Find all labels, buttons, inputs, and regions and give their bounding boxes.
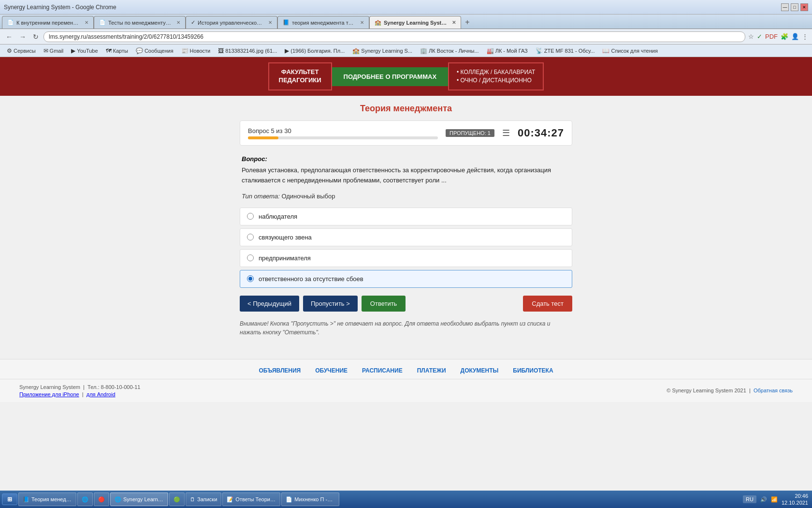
footer-nav-расписание[interactable]: РАСПИСАНИЕ xyxy=(362,367,403,374)
extension-icon[interactable]: 🧩 xyxy=(781,33,788,40)
site-footer: ОБЪЯВЛЕНИЯОБУЧЕНИЕРАСПИСАНИЕПЛАТЕЖИДОКУМ… xyxy=(0,359,812,402)
browser-title: Synergy Learning System - Google Chrome xyxy=(4,4,781,11)
android-app-link[interactable]: для Android xyxy=(87,391,116,397)
progress-bar-fill xyxy=(248,136,278,139)
tab-close-tab5[interactable]: ✕ xyxy=(452,20,456,25)
browser-tab-tab4[interactable]: 📘теория менеджмента тест для...✕ xyxy=(277,16,369,29)
forward-button[interactable]: → xyxy=(17,32,28,42)
progress-bar-wrap xyxy=(248,136,438,139)
footer-nav-библиотека[interactable]: БИБЛИОТЕКА xyxy=(513,367,553,374)
quiz-title: Теория менеджмента xyxy=(240,104,572,114)
footer-apps: Приложение для iPhone | для Android xyxy=(19,391,140,397)
question-progress: Вопрос 5 из 30 xyxy=(248,127,438,139)
bookmark-Карты[interactable]: 🗺Карты xyxy=(103,46,131,55)
question-number: Вопрос 5 из 30 xyxy=(248,127,438,134)
notice-text: Внимание! Кнопка "Пропустить >" не отвеч… xyxy=(240,319,572,337)
footer-company: Synergy Learning System | Тел.: 8-800-10… xyxy=(19,384,140,390)
bookmark-Список-для[interactable]: 📖Список для чтения xyxy=(599,46,660,55)
bookmark-Gmail[interactable]: ✉Gmail xyxy=(41,46,67,55)
question-prefix: Вопрос: xyxy=(242,155,570,163)
bookmark-ЛК-Восток-[interactable]: 🏢ЛК Восток - Личны... xyxy=(417,46,482,55)
action-row: < Предыдущий Пропустить > Ответить Сдать… xyxy=(240,296,572,312)
answer-option-2[interactable]: связующего звена xyxy=(240,228,572,246)
bookmarks-bar: ⚙Сервисы✉Gmail▶YouTube🗺Карты💬Сообщения📰Н… xyxy=(0,45,812,57)
tab-favicon-tab3: ✓ xyxy=(191,19,195,26)
answer-option-1[interactable]: наблюдателя xyxy=(240,208,572,225)
maximize-button[interactable]: □ xyxy=(791,3,798,11)
footer-right: © Synergy Learning System 2021 | Обратна… xyxy=(667,388,793,393)
answer-option-3[interactable]: предпринимателя xyxy=(240,249,572,267)
footer-nav-обучение[interactable]: ОБУЧЕНИЕ xyxy=(315,367,348,374)
answer-text-2: связующего звена xyxy=(259,234,312,241)
question-text: Ролевая установка, предполагающая ответс… xyxy=(242,165,570,186)
tab-close-tab2[interactable]: ✕ xyxy=(176,20,180,25)
questions-list-icon[interactable]: ☰ xyxy=(502,128,510,138)
answer-option-4[interactable]: ответственного за отсутствие сбоев xyxy=(240,270,572,288)
banner-faculty-button[interactable]: ФАКУЛЬТЕТ ПЕДАГОГИКИ xyxy=(268,62,332,90)
radio-circle-1 xyxy=(247,213,254,220)
bookmark-ZTE-MF-831[interactable]: 📡ZTE MF 831 - Обсу... xyxy=(533,46,598,55)
tab-favicon-tab2: 📄 xyxy=(99,19,106,26)
new-tab-button[interactable]: + xyxy=(461,16,474,29)
footer-nav-платежи[interactable]: ПЛАТЕЖИ xyxy=(417,367,446,374)
check-icon: ✓ xyxy=(757,33,762,40)
radio-circle-3 xyxy=(247,254,254,261)
tabs-bar: 📄К внутренним переменным ор...✕📄Тесты по… xyxy=(0,15,812,29)
profile-icon[interactable]: 👤 xyxy=(791,33,799,40)
browser-tab-tab2[interactable]: 📄Тесты по менеджменту с отве...✕ xyxy=(94,16,186,29)
footer-left: Synergy Learning System | Тел.: 8-800-10… xyxy=(19,384,140,397)
submit-test-button[interactable]: Сдать тест xyxy=(523,296,572,312)
minimize-button[interactable]: — xyxy=(781,3,789,11)
bookmark-YouTube[interactable]: ▶YouTube xyxy=(68,46,101,55)
iphone-app-link[interactable]: Приложение для iPhone xyxy=(19,391,79,397)
url-input[interactable] xyxy=(44,31,745,42)
bookmark-Новости[interactable]: 📰Новости xyxy=(178,46,214,55)
tab-favicon-tab5: 🏫 xyxy=(375,19,381,26)
banner-programs-button[interactable]: ПОДРОБНЕЕ О ПРОГРАММАХ xyxy=(332,67,449,86)
reload-button[interactable]: ↻ xyxy=(31,32,41,42)
bookmark-Synergy-Le[interactable]: 🏫Synergy Learning S... xyxy=(349,46,415,55)
tab-favicon-tab4: 📘 xyxy=(283,19,290,26)
browser-tab-tab1[interactable]: 📄К внутренним переменным ор...✕ xyxy=(2,16,94,29)
tab-close-tab1[interactable]: ✕ xyxy=(85,20,88,25)
skipped-badge: ПРОПУЩЕНО: 1 xyxy=(446,129,494,137)
bookmark-star-icon[interactable]: ☆ xyxy=(748,33,754,40)
bookmark-8133832146[interactable]: 🖼8133832146.jpg (61... xyxy=(215,46,280,55)
feedback-link[interactable]: Обратная связь xyxy=(754,388,793,393)
answer-text-1: наблюдателя xyxy=(259,213,297,220)
quiz-container: Теория менеджмента Вопрос 5 из 30 ПРОПУЩ… xyxy=(232,96,580,344)
answer-text-3: предпринимателя xyxy=(259,254,311,262)
answer-button[interactable]: Ответить xyxy=(362,296,406,312)
tab-close-tab4[interactable]: ✕ xyxy=(360,20,364,25)
close-button[interactable]: ✕ xyxy=(800,3,808,11)
answer-type-value: Одиночный выбор xyxy=(281,193,335,200)
address-bar: ← → ↻ ☆ ✓ PDF 🧩 👤 ⋮ xyxy=(0,29,812,45)
prev-button[interactable]: < Предыдущий xyxy=(240,296,299,312)
question-section: Вопрос: Ролевая установка, предполагающа… xyxy=(240,155,572,200)
answers-list: наблюдателя связующего звена предпринима… xyxy=(240,208,572,288)
footer-nav-документы[interactable]: ДОКУМЕНТЫ xyxy=(461,367,499,374)
tab-close-tab3[interactable]: ✕ xyxy=(268,20,272,25)
bookmark-ЛК---Мой-Г[interactable]: 🏭ЛК - Мой ГАЗ xyxy=(484,46,531,55)
window-controls: — □ ✕ xyxy=(781,3,808,11)
radio-circle-4 xyxy=(247,275,254,282)
timer-display: 00:34:27 xyxy=(518,127,564,139)
skip-button[interactable]: Пропустить > xyxy=(303,296,358,312)
top-banner: ФАКУЛЬТЕТ ПЕДАГОГИКИ ПОДРОБНЕЕ О ПРОГРАМ… xyxy=(0,57,812,96)
menu-icon[interactable]: ⋮ xyxy=(802,33,808,40)
banner-format-info: • КОЛЛЕДЖ / БАКАЛАВРИАТ • ОЧНО / ДИСТАНЦ… xyxy=(448,62,544,90)
answer-text-4: ответственного за отсутствие сбоев xyxy=(259,275,363,283)
browser-tab-tab5[interactable]: 🏫Synergy Learning System✕ xyxy=(369,16,461,29)
tab-favicon-tab1: 📄 xyxy=(7,19,14,26)
bookmark-Сервисы[interactable]: ⚙Сервисы xyxy=(4,46,39,55)
bookmark-(1966)-Бол[interactable]: ▶(1966) Болгария. Пл... xyxy=(282,46,348,55)
footer-info: Synergy Learning System | Тел.: 8-800-10… xyxy=(0,379,812,402)
bookmark-Сообщения[interactable]: 💬Сообщения xyxy=(133,46,176,55)
footer-nav-объявления[interactable]: ОБЪЯВЛЕНИЯ xyxy=(259,367,301,374)
back-button[interactable]: ← xyxy=(4,32,14,42)
browser-titlebar: Synergy Learning System - Google Chrome … xyxy=(0,0,812,15)
address-icons: ☆ ✓ PDF 🧩 👤 ⋮ xyxy=(748,33,808,40)
page-content: ФАКУЛЬТЕТ ПЕДАГОГИКИ ПОДРОБНЕЕ О ПРОГРАМ… xyxy=(0,57,812,402)
browser-tab-tab3[interactable]: ✓История управленческой мыс...✕ xyxy=(186,16,277,29)
quiz-header: Вопрос 5 из 30 ПРОПУЩЕНО: 1 ☰ 00:34:27 xyxy=(240,120,572,146)
